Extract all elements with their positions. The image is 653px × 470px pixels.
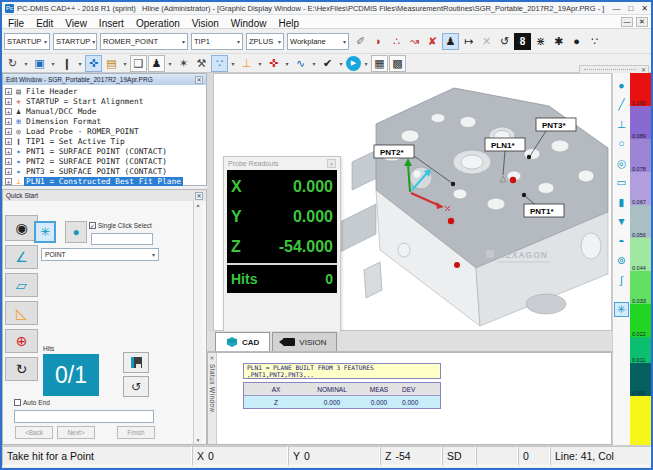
menu-item[interactable]: File bbox=[2, 18, 30, 29]
next-button[interactable]: Next> bbox=[57, 426, 95, 439]
line-feature-icon[interactable]: ╱ bbox=[614, 97, 629, 112]
menu-item[interactable]: Edit bbox=[30, 18, 59, 29]
tip-angles-icon[interactable]: ⋇ bbox=[532, 33, 549, 50]
circle-feature-icon[interactable]: ○ bbox=[614, 136, 629, 151]
drag-handle[interactable] bbox=[584, 69, 636, 70]
dimension-icon[interactable]: ✔ bbox=[319, 55, 336, 72]
tree-pnt2[interactable]: + ✦ PNT2 = SURFACE POINT (CONTACT) bbox=[3, 156, 206, 166]
scan-curve-icon[interactable]: ∿ bbox=[292, 55, 309, 72]
execute-icon[interactable]: ▶ bbox=[346, 56, 361, 71]
point-cloud-icon[interactable]: ∴ bbox=[388, 33, 405, 50]
wizard-wand-icon[interactable]: ✶ bbox=[175, 55, 192, 72]
probe-qualify-icon[interactable]: ◗ bbox=[370, 33, 387, 50]
tree-pln1[interactable]: + ⊥ PLN1 = Constructed Best Fit Plane bbox=[3, 176, 206, 186]
expand-icon[interactable]: + bbox=[5, 128, 12, 135]
measure-angle-button[interactable]: ◺ bbox=[5, 301, 38, 325]
feature-type-combobox[interactable]: POINT▾ bbox=[41, 248, 159, 261]
tab-cad[interactable]: CAD bbox=[215, 332, 270, 351]
point-mode-button[interactable]: ● bbox=[65, 221, 87, 243]
tree-dimension-format[interactable]: + ⊞ Dimension Format bbox=[3, 116, 206, 126]
asterisk-feature-icon[interactable]: ✳ bbox=[614, 302, 629, 317]
rotate-readouts-icon[interactable]: ↺ bbox=[496, 33, 513, 50]
mini-close-button[interactable]: ✕ bbox=[641, 66, 646, 73]
back-button[interactable]: <Back bbox=[15, 426, 53, 439]
expand-icon[interactable]: + bbox=[5, 108, 12, 115]
probe-readouts-toggle-icon[interactable]: 8 bbox=[514, 33, 531, 50]
tip-ball-icon[interactable]: ● bbox=[568, 33, 585, 50]
auto-feature-icon[interactable]: ∵ bbox=[211, 55, 228, 72]
workplane-combobox[interactable]: ZPLUS▾ bbox=[246, 33, 284, 50]
tree-load-probe[interactable]: + ◎ Load Probe - ROMER_POINT bbox=[3, 126, 206, 136]
command-input[interactable] bbox=[14, 410, 154, 423]
alignment-icon[interactable]: ✜ bbox=[265, 55, 282, 72]
quick-start-close-button[interactable]: ✕ bbox=[195, 192, 203, 200]
feature-label-pln1[interactable]: PLN1* bbox=[491, 141, 515, 150]
feature-label-pnt1[interactable]: PNT1* bbox=[530, 207, 554, 216]
ellipse-feature-icon[interactable]: ◎ bbox=[614, 155, 629, 170]
menu-item[interactable]: View bbox=[59, 18, 93, 29]
tip-asterisk-icon[interactable]: ✱ bbox=[550, 33, 567, 50]
torus-feature-icon[interactable]: ⊚ bbox=[614, 253, 629, 268]
probe-readouts-window[interactable]: Probe Readouts ✕ X 0.000 Y 0.000 bbox=[223, 156, 341, 332]
edit-window-close-button[interactable]: ✕ bbox=[195, 76, 203, 84]
guess-mode-icon[interactable]: ♟ bbox=[148, 55, 165, 72]
scroll-up-icon[interactable]: ▲ bbox=[196, 202, 201, 208]
tip-vector-icon[interactable]: ∵ bbox=[586, 33, 603, 50]
menu-item[interactable]: Vision bbox=[186, 18, 225, 29]
tree-tip1[interactable]: + ❙ TIP1 = Set Active Tip bbox=[3, 136, 206, 146]
probe-edit-icon[interactable]: ✐ bbox=[352, 33, 369, 50]
expand-icon[interactable]: + bbox=[5, 138, 12, 145]
mdi-minimize-button[interactable]: — bbox=[621, 17, 633, 27]
cube-view-icon[interactable]: ▣ bbox=[31, 55, 48, 72]
delete-hits-icon[interactable]: ✕ bbox=[478, 33, 495, 50]
auto-end-checkbox[interactable]: Auto End bbox=[14, 399, 50, 406]
mini-routine-combobox[interactable]: STARTUP▾ bbox=[53, 33, 97, 50]
tree-pnt1[interactable]: + ✦ PNT1 = SURFACE POINT (CONTACT) bbox=[3, 146, 206, 156]
probe-readouts-close-button[interactable]: ✕ bbox=[327, 159, 336, 168]
cylinder-feature-icon[interactable]: ▮ bbox=[614, 194, 629, 209]
delete-feature-icon[interactable]: ✘ bbox=[424, 33, 441, 50]
asterisk-mode-button[interactable]: ✳ bbox=[34, 221, 56, 243]
tree-manual-dcc[interactable]: + ♟ Manual/DCC Mode bbox=[3, 106, 206, 116]
measure-vector-button[interactable]: ∠ bbox=[5, 245, 38, 269]
alignment-combobox[interactable]: STARTUP▾ bbox=[4, 33, 50, 50]
mdi-close-button[interactable]: ✕ bbox=[636, 17, 648, 27]
pointcloud-convert-icon[interactable]: ↝ bbox=[406, 33, 423, 50]
minimize-button[interactable]: — bbox=[612, 4, 620, 13]
plane-feature-icon[interactable]: ⊥ bbox=[238, 55, 255, 72]
clipboard-icon[interactable]: ▤ bbox=[103, 55, 120, 72]
probe-combobox[interactable]: ROMER_POINT▾ bbox=[100, 33, 188, 50]
dropdown-caret[interactable]: ▾ bbox=[166, 55, 174, 72]
dropdown-caret[interactable]: ▾ bbox=[121, 55, 129, 72]
finish-button[interactable]: Finish bbox=[117, 426, 155, 439]
menu-item[interactable]: Operation bbox=[130, 18, 186, 29]
alignment-button[interactable]: ⊕ bbox=[5, 329, 38, 353]
expand-icon[interactable]: + bbox=[5, 178, 12, 185]
expand-icon[interactable]: + bbox=[5, 158, 12, 165]
tree-file-header[interactable]: + ▤ File Header bbox=[3, 86, 206, 96]
point-feature-icon[interactable]: ● bbox=[614, 77, 629, 92]
active-tip-icon[interactable]: ❙ bbox=[58, 55, 75, 72]
expand-icon[interactable]: + bbox=[5, 88, 12, 95]
dropdown-caret[interactable]: ▾ bbox=[229, 55, 237, 72]
dropdown-caret[interactable]: ▾ bbox=[283, 55, 291, 72]
cone-feature-icon[interactable]: ▼ bbox=[614, 214, 629, 229]
dropdown-caret[interactable]: ▾ bbox=[76, 55, 84, 72]
manual-mode-icon[interactable]: ♟ bbox=[442, 33, 459, 50]
dcc-mode-icon[interactable]: ↦ bbox=[460, 33, 477, 50]
maximize-button[interactable]: □ bbox=[628, 4, 633, 13]
menu-item[interactable]: Help bbox=[272, 18, 305, 29]
menu-item[interactable]: Insert bbox=[93, 18, 130, 29]
probe-readouts-titlebar[interactable]: Probe Readouts ✕ bbox=[224, 157, 340, 170]
feature-filter-input[interactable] bbox=[91, 233, 153, 245]
summary-window-icon[interactable]: ▩ bbox=[389, 55, 406, 72]
workplane-label-combobox[interactable]: Workplane▾ bbox=[287, 33, 349, 50]
undo-button[interactable]: ↺ bbox=[123, 376, 149, 397]
single-click-checkbox[interactable]: ✓Single Click Select bbox=[89, 222, 152, 229]
rotate-button[interactable]: ↻ bbox=[5, 357, 38, 381]
curve-feature-icon[interactable]: ʃ bbox=[614, 272, 629, 287]
dropdown-caret[interactable]: ▾ bbox=[362, 55, 370, 72]
sphere-feature-icon[interactable]: ◓ bbox=[614, 233, 629, 248]
status-window-close-button[interactable]: ✕ bbox=[210, 355, 215, 361]
menu-item[interactable]: Window bbox=[225, 18, 273, 29]
